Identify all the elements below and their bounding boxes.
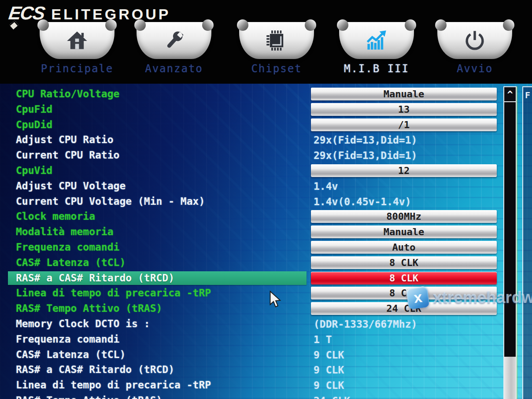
setting-value: 1 T	[311, 334, 497, 345]
scroll-up-button[interactable]: ^	[504, 87, 516, 102]
setting-value-cell: 1.4v(0.45v-1.4v)	[311, 194, 497, 210]
settings-row[interactable]: CpuVid 12	[0, 163, 532, 179]
settings-row[interactable]: Frequenza comandi Auto	[0, 240, 532, 255]
watermark-text: xtremehardware.it	[433, 288, 532, 307]
tab-label: Avanzato	[137, 63, 211, 75]
setting-value-cell: 24 CLK	[311, 393, 497, 399]
setting-label: CpuDid	[16, 119, 52, 130]
setting-value-cell: Manuale	[311, 87, 497, 102]
settings-row[interactable]: RAS# a CAS# Ritardo (tRCD) 8 CLK	[0, 271, 532, 286]
setting-label: Frequenza comandi	[16, 241, 119, 253]
setting-label: Clock memoria	[16, 211, 95, 222]
home-icon	[66, 29, 89, 52]
settings-row[interactable]: Current CPU Voltage (Min - Max) 1.4v(0.4…	[0, 194, 532, 210]
right-panel-edge: F	[522, 86, 532, 399]
setting-label: Current CPU Voltage (Min - Max)	[16, 196, 205, 207]
setting-value-cell: /1	[311, 118, 497, 133]
setting-value-cell: 12	[311, 163, 497, 179]
settings-row[interactable]: Modalità memoria Manuale	[0, 225, 532, 240]
setting-value-button[interactable]: 8 CLK	[311, 256, 497, 269]
setting-value-button[interactable]: Manuale	[311, 88, 497, 100]
settings-row[interactable]: CpuFid 13	[0, 102, 532, 118]
settings-row[interactable]: Linea di tempo di precarica -tRP 9 CLK	[0, 378, 532, 393]
settings-row[interactable]: Frequenza comandi 1 T	[0, 332, 532, 347]
setting-value: 9 CLK	[311, 380, 497, 391]
setting-value-cell: (DDR-1333/667Mhz)	[311, 317, 497, 332]
brand: ECS ELITEGROUP	[9, 3, 170, 24]
setting-label: Current CPU Ratio	[16, 149, 119, 161]
tab-chipset[interactable]: Chipset	[239, 22, 314, 75]
settings-row[interactable]: RAS# a CAS# Ritardo (tRCD) 9 CLK	[0, 362, 532, 378]
setting-value: 29x(Fid=13,Did=1)	[311, 134, 497, 146]
tab-principale[interactable]: Principale	[40, 22, 115, 75]
setting-label: CpuFid	[16, 103, 52, 115]
settings-list: CPU Ratio/Voltage Manuale CpuFid 13 CpuD…	[0, 87, 532, 399]
settings-row[interactable]: Adjust CPU Voltage 1.4v	[0, 179, 532, 194]
tab-ribbon[interactable]	[339, 22, 414, 59]
setting-label: CPU Ratio/Voltage	[16, 88, 119, 100]
setting-value-button[interactable]: /1	[311, 118, 497, 131]
setting-value: 24 CLK	[311, 395, 497, 399]
watermark-x-icon: x	[406, 286, 429, 309]
setting-value-button[interactable]: Manuale	[311, 225, 497, 238]
setting-value: 1.4v(0.45v-1.4v)	[311, 196, 497, 207]
settings-row[interactable]: Current CPU Ratio 29x(Fid=13,Did=1)	[0, 148, 532, 163]
settings-row[interactable]: CPU Ratio/Voltage Manuale	[0, 87, 532, 102]
scrollbar-thumb[interactable]	[504, 357, 516, 399]
setting-value-cell: 29x(Fid=13,Did=1)	[311, 133, 497, 148]
setting-value-cell: 8 CLK	[311, 255, 497, 271]
setting-label: CAS# Latenza (tCL)	[16, 349, 126, 360]
tab-ribbon[interactable]	[437, 22, 512, 59]
settings-row[interactable]: CAS# Latenza (tCL) 9 CLK	[0, 347, 532, 363]
setting-value-button[interactable]: 800MHz	[311, 210, 497, 223]
setting-value: 9 CLK	[311, 349, 497, 361]
setting-label: RAS# a CAS# Ritardo (tRCD)	[16, 364, 174, 375]
settings-row[interactable]: CAS# Latenza (tCL) 8 CLK	[0, 255, 532, 271]
setting-value-cell: Manuale	[311, 225, 497, 240]
setting-value-button[interactable]: 13	[311, 103, 497, 116]
setting-label: Memory Clock DCTO is :	[16, 318, 150, 329]
power-icon	[463, 29, 486, 52]
tab-label: Chipset	[239, 63, 314, 75]
tab-m-i-b-iii[interactable]: M.I.B III	[339, 22, 414, 75]
setting-label: Adjust CPU Ratio	[16, 134, 114, 145]
scrollbar[interactable]: ^	[503, 86, 517, 399]
settings-row[interactable]: CpuDid /1	[0, 118, 532, 133]
setting-value-cell: 8 CLK	[311, 271, 497, 286]
setting-label: Modalità memoria	[16, 226, 114, 237]
setting-value: (DDR-1333/667Mhz)	[311, 318, 497, 330]
tab-ribbon[interactable]	[239, 22, 314, 59]
tab-avanzato[interactable]: Avanzato	[137, 22, 211, 75]
tab-label: M.I.B III	[339, 63, 414, 75]
settings-row[interactable]: Clock memoria 800MHz	[0, 209, 532, 225]
settings-row[interactable]: Adjust CPU Ratio 29x(Fid=13,Did=1)	[0, 133, 532, 148]
setting-value-cell: Auto	[311, 240, 497, 255]
setting-label: RAS# a CAS# Ritardo (tRCD)	[16, 272, 174, 284]
setting-label: Linea di tempo di precarica -tRP	[16, 287, 211, 299]
tab-label: Principale	[40, 63, 115, 75]
setting-label: CpuVid	[16, 165, 52, 176]
setting-value-cell: 29x(Fid=13,Did=1)	[311, 148, 497, 163]
settings-row[interactable]: Memory Clock DCTO is : (DDR-1333/667Mhz)	[0, 317, 532, 332]
setting-value-cell: 9 CLK	[311, 362, 497, 378]
tab-avvio[interactable]: Avvio	[437, 22, 512, 75]
chip-icon	[265, 29, 288, 52]
tab-ribbon[interactable]	[40, 22, 115, 59]
setting-value-cell: 800MHz	[311, 209, 497, 225]
wrench-icon	[163, 29, 185, 52]
setting-label: Frequenza comandi	[16, 333, 119, 345]
setting-value-button[interactable]: 12	[311, 164, 497, 177]
setting-value: 29x(Fid=13,Did=1)	[311, 150, 497, 161]
setting-label: CAS# Latenza (tCL)	[16, 257, 126, 268]
setting-value-button[interactable]: Auto	[311, 241, 497, 254]
tab-ribbon[interactable]	[137, 22, 211, 59]
tab-bar: Principale Avanzato Chipset M.I.B III Av…	[0, 22, 532, 75]
setting-value: 1.4v	[311, 181, 497, 192]
setting-label: Adjust CPU Voltage	[16, 180, 126, 192]
settings-row[interactable]: RAS# Tempo Attivo (tRAS) 24 CLK	[0, 393, 532, 399]
settings-panel: CPU Ratio/Voltage Manuale CpuFid 13 CpuD…	[0, 84, 532, 399]
setting-value: 9 CLK	[311, 364, 497, 376]
setting-value-button[interactable]: 8 CLK	[311, 272, 497, 284]
setting-value-cell: 13	[311, 102, 497, 118]
setting-label: RAS# Tempo Attivo (tRAS)	[16, 395, 162, 399]
